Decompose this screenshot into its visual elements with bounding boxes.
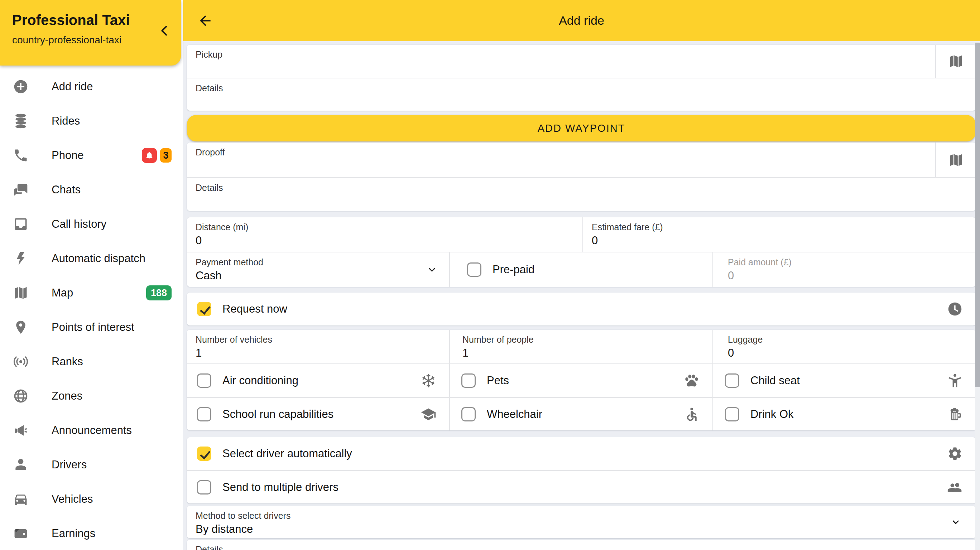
driver-selection-card: Select driver automatically Send to mult… (187, 437, 976, 504)
sidebar-item-rides[interactable]: Rides (0, 104, 183, 138)
sidebar-item-label: Announcements (52, 424, 132, 437)
notification-bell-badge (142, 148, 157, 163)
distance-field[interactable]: Distance (mi) 0 (187, 217, 582, 252)
add-circle-icon (13, 79, 29, 95)
school-run-label: School run capabilities (223, 408, 334, 421)
fare-card: Distance (mi) 0 Estimated fare (£) 0 Pay… (187, 217, 976, 287)
wheelchair-icon (684, 406, 700, 422)
sidebar-item-label: Drivers (52, 458, 87, 471)
sidebar-item-drivers[interactable]: Drivers (0, 448, 183, 482)
add-waypoint-button[interactable]: ADD WAYPOINT (187, 115, 976, 141)
stack-icon (13, 113, 29, 129)
sidebar-item-ranks[interactable]: Ranks (0, 345, 183, 379)
drink-ok-checkbox[interactable] (725, 407, 739, 421)
pickup-label: Pickup (196, 49, 223, 60)
sidebar-menu: Add ride Rides Phone 3 Chats Call histor… (0, 70, 183, 550)
pets-label: Pets (487, 374, 509, 387)
drink-ok-label: Drink Ok (750, 408, 794, 421)
back-arrow-button[interactable] (197, 13, 213, 29)
ride-details-label: Details (196, 544, 223, 550)
dropoff-map-button[interactable] (935, 143, 976, 177)
payment-method-select[interactable]: Payment method Cash (187, 253, 449, 287)
pickup-details-label: Details (196, 83, 223, 94)
sidebar-item-announcements[interactable]: Announcements (0, 413, 183, 448)
inbox-icon (13, 216, 29, 232)
dropoff-label: Dropoff (196, 147, 225, 157)
sidebar-item-label: Ranks (52, 355, 83, 368)
scrollbar-thumb[interactable] (975, 43, 980, 387)
payment-method-label: Payment method (196, 257, 263, 267)
estimated-fare-field[interactable]: Estimated fare (£) 0 (582, 217, 976, 252)
select-driver-auto-checkbox[interactable] (197, 447, 211, 461)
method-label: Method to select drivers (196, 510, 291, 521)
car-icon (13, 491, 29, 507)
paid-amount-field: Paid amount (£) 0 (713, 253, 976, 287)
phone-icon (13, 148, 29, 163)
sidebar-item-label: Map (52, 286, 73, 299)
ride-details-input[interactable]: Details (187, 540, 976, 550)
number-of-vehicles-value: 1 (196, 347, 202, 359)
sidebar-header: Professional Taxi country-professional-t… (0, 0, 181, 65)
sidebar-item-zones[interactable]: Zones (0, 379, 183, 413)
air-conditioning-label: Air conditioning (223, 374, 298, 387)
ride-details-card: Details (187, 540, 976, 550)
lightning-icon (13, 251, 29, 266)
number-of-people-field[interactable]: Number of people 1 (449, 330, 713, 364)
sidebar-item-label: Call history (52, 218, 107, 230)
method-select[interactable]: Method to select drivers By distance (187, 506, 976, 538)
request-now-checkbox[interactable] (197, 302, 211, 316)
map-count-badge: 188 (146, 285, 172, 300)
sidebar-item-vehicles[interactable]: Vehicles (0, 482, 183, 517)
pets-checkbox[interactable] (461, 374, 476, 388)
wheelchair-checkbox[interactable] (461, 407, 476, 421)
sidebar-item-map[interactable]: Map 188 (0, 276, 183, 310)
number-of-vehicles-field[interactable]: Number of vehicles 1 (187, 330, 449, 364)
pickup-map-button[interactable] (935, 45, 976, 78)
sidebar-item-call-history[interactable]: Call history (0, 207, 183, 242)
person-icon (13, 457, 29, 473)
app-title: Professional Taxi (12, 12, 130, 28)
map-icon (948, 53, 964, 69)
pickup-card: Pickup Details (187, 45, 976, 111)
payment-method-value: Cash (196, 269, 221, 282)
estimated-fare-label: Estimated fare (£) (592, 222, 663, 232)
paid-amount-label: Paid amount (£) (728, 257, 792, 267)
pickup-details-input[interactable]: Details (187, 78, 976, 111)
prepaid-checkbox[interactable] (467, 262, 481, 277)
sidebar-item-points-of-interest[interactable]: Points of interest (0, 310, 183, 345)
luggage-value: 0 (728, 347, 734, 359)
method-card: Method to select drivers By distance (187, 506, 976, 538)
clock-icon[interactable] (947, 301, 963, 317)
sidebar-item-label: Zones (52, 389, 83, 402)
send-multiple-drivers-checkbox[interactable] (197, 480, 211, 494)
scrollbar[interactable] (975, 41, 980, 550)
sidebar-item-earnings[interactable]: Earnings (0, 517, 183, 550)
luggage-field[interactable]: Luggage 0 (713, 330, 976, 364)
pin-icon (13, 320, 29, 335)
child-seat-checkbox[interactable] (725, 374, 739, 388)
method-value: By distance (196, 523, 253, 536)
dropoff-details-label: Details (196, 183, 223, 193)
sidebar-item-add-ride[interactable]: Add ride (0, 70, 183, 104)
air-conditioning-checkbox[interactable] (197, 374, 211, 388)
graduation-cap-icon (420, 406, 436, 422)
sidebar-item-automatic-dispatch[interactable]: Automatic dispatch (0, 242, 183, 276)
dropoff-input[interactable]: Dropoff (187, 143, 976, 177)
sidebar-item-phone[interactable]: Phone 3 (0, 138, 183, 173)
chat-icon (13, 182, 29, 198)
sidebar: Add ride Rides Phone 3 Chats Call histor… (0, 0, 183, 550)
sidebar-collapse-button[interactable] (157, 24, 172, 38)
number-of-people-value: 1 (463, 347, 469, 359)
wheelchair-label: Wheelchair (487, 408, 542, 421)
dropoff-details-input[interactable]: Details (187, 177, 976, 211)
request-now-label: Request now (223, 302, 287, 315)
request-now-card: Request now (187, 292, 976, 326)
school-run-checkbox[interactable] (197, 407, 211, 421)
estimated-fare-value: 0 (592, 234, 598, 247)
number-of-people-label: Number of people (463, 334, 534, 345)
globe-icon (13, 388, 29, 404)
pickup-input[interactable]: Pickup (187, 45, 976, 78)
paw-icon (684, 373, 700, 388)
sidebar-item-label: Earnings (52, 527, 95, 540)
sidebar-item-chats[interactable]: Chats (0, 173, 183, 207)
